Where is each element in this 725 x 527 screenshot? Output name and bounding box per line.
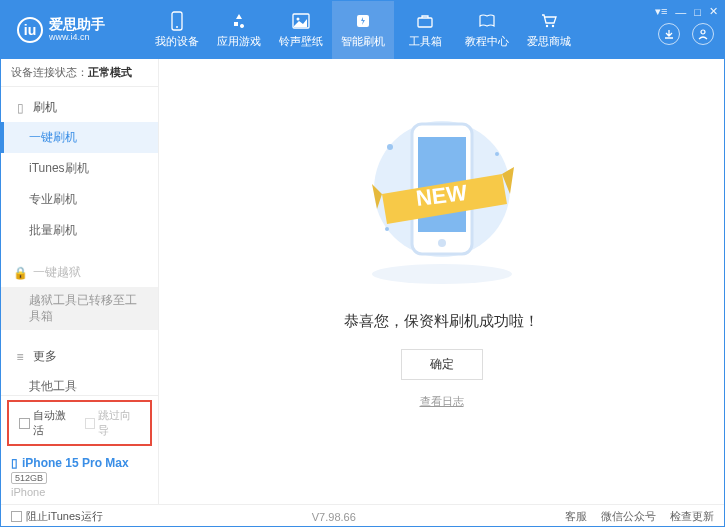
svg-point-9 xyxy=(372,264,512,284)
svg-point-13 xyxy=(438,239,446,247)
nav-label: 我的设备 xyxy=(155,34,199,49)
checkbox-auto-activate[interactable]: 自动激活 xyxy=(19,408,75,438)
checkbox-icon xyxy=(11,511,22,522)
minimize-icon[interactable]: — xyxy=(675,6,686,18)
user-button[interactable] xyxy=(692,23,714,45)
svg-point-6 xyxy=(546,25,548,27)
maximize-icon[interactable]: □ xyxy=(694,6,701,18)
nav-label: 教程中心 xyxy=(465,34,509,49)
group-label: 一键越狱 xyxy=(33,264,81,281)
jailbreak-note: 越狱工具已转移至工具箱 xyxy=(1,287,158,330)
nav-toolbox[interactable]: 工具箱 xyxy=(394,1,456,59)
checkbox-skip-guide[interactable]: 跳过向导 xyxy=(85,408,141,438)
close-icon[interactable]: ✕ xyxy=(709,5,718,18)
svg-point-3 xyxy=(297,18,300,21)
checkbox-block-itunes[interactable]: 阻止iTunes运行 xyxy=(11,509,103,524)
cart-icon xyxy=(539,11,559,31)
footer-link-wechat[interactable]: 微信公众号 xyxy=(601,509,656,524)
status-value: 正常模式 xyxy=(88,65,132,80)
image-icon xyxy=(291,11,311,31)
sidebar-item-batch-flash[interactable]: 批量刷机 xyxy=(1,215,158,246)
svg-point-17 xyxy=(385,227,389,231)
ok-button[interactable]: 确定 xyxy=(401,349,483,380)
group-label: 刷机 xyxy=(33,99,57,116)
phone-icon xyxy=(167,11,187,31)
header-right xyxy=(658,23,714,45)
svg-point-8 xyxy=(701,30,705,34)
svg-point-1 xyxy=(176,26,178,28)
header: iu 爱思助手 www.i4.cn 我的设备 应用游戏 铃声壁纸 智能刷机 工具… xyxy=(1,1,724,59)
nav-label: 爱思商城 xyxy=(527,34,571,49)
device-storage: 512GB xyxy=(11,472,47,484)
group-more[interactable]: ≡ 更多 xyxy=(1,342,158,371)
checkbox-label: 阻止iTunes运行 xyxy=(26,509,103,524)
status-label: 设备连接状态： xyxy=(11,65,88,80)
success-illustration: NEW xyxy=(342,99,542,294)
list-icon: ≡ xyxy=(13,350,27,364)
titlebar-controls: ▾≡ — □ ✕ xyxy=(655,5,718,18)
apps-icon xyxy=(229,11,249,31)
footer-link-support[interactable]: 客服 xyxy=(565,509,587,524)
main-panel: NEW 恭喜您，保资料刷机成功啦！ 确定 查看日志 xyxy=(159,59,724,504)
lock-icon: 🔒 xyxy=(13,266,27,280)
checkbox-icon xyxy=(19,418,30,429)
logo-icon: iu xyxy=(17,17,43,43)
view-log-link[interactable]: 查看日志 xyxy=(420,394,464,409)
device-type: iPhone xyxy=(11,486,148,498)
top-nav: 我的设备 应用游戏 铃声壁纸 智能刷机 工具箱 教程中心 爱思商城 xyxy=(146,1,724,59)
checkbox-label: 自动激活 xyxy=(33,408,75,438)
download-button[interactable] xyxy=(658,23,680,45)
nav-label: 应用游戏 xyxy=(217,34,261,49)
success-message: 恭喜您，保资料刷机成功啦！ xyxy=(344,312,539,331)
sidebar-item-one-key-flash[interactable]: 一键刷机 xyxy=(1,122,158,153)
sidebar-item-itunes-flash[interactable]: iTunes刷机 xyxy=(1,153,158,184)
checkbox-icon xyxy=(85,418,96,429)
sidebar-item-other-tools[interactable]: 其他工具 xyxy=(1,371,158,395)
status-bar: 设备连接状态： 正常模式 xyxy=(1,59,158,87)
menu-icon[interactable]: ▾≡ xyxy=(655,5,667,18)
flash-icon xyxy=(353,11,373,31)
svg-rect-5 xyxy=(418,18,432,27)
app-url: www.i4.cn xyxy=(49,33,105,43)
sidebar: 设备连接状态： 正常模式 ▯ 刷机 一键刷机 iTunes刷机 专业刷机 批量刷… xyxy=(1,59,159,504)
sidebar-item-pro-flash[interactable]: 专业刷机 xyxy=(1,184,158,215)
nav-store[interactable]: 爱思商城 xyxy=(518,1,580,59)
footer-link-update[interactable]: 检查更新 xyxy=(670,509,714,524)
body: 设备连接状态： 正常模式 ▯ 刷机 一键刷机 iTunes刷机 专业刷机 批量刷… xyxy=(1,59,724,504)
nav-label: 智能刷机 xyxy=(341,34,385,49)
options-highlight: 自动激活 跳过向导 xyxy=(7,400,152,446)
checkbox-label: 跳过向导 xyxy=(98,408,140,438)
svg-point-15 xyxy=(387,144,393,150)
version-label: V7.98.66 xyxy=(103,511,565,523)
nav-tutorial[interactable]: 教程中心 xyxy=(456,1,518,59)
app-title: 爱思助手 xyxy=(49,17,105,32)
footer: 阻止iTunes运行 V7.98.66 客服 微信公众号 检查更新 xyxy=(1,504,724,527)
device-phone-icon: ▯ xyxy=(11,456,18,470)
logo-area: iu 爱思助手 www.i4.cn xyxy=(1,17,146,43)
group-jailbreak[interactable]: 🔒 一键越狱 xyxy=(1,258,158,287)
svg-point-16 xyxy=(495,152,499,156)
phone-small-icon: ▯ xyxy=(13,101,27,115)
nav-flash[interactable]: 智能刷机 xyxy=(332,1,394,59)
svg-point-7 xyxy=(552,25,554,27)
nav-ringtone[interactable]: 铃声壁纸 xyxy=(270,1,332,59)
nav-label: 铃声壁纸 xyxy=(279,34,323,49)
toolbox-icon xyxy=(415,11,435,31)
nav-label: 工具箱 xyxy=(409,34,442,49)
device-info: ▯ iPhone 15 Pro Max 512GB iPhone xyxy=(1,450,158,504)
book-icon xyxy=(477,11,497,31)
device-name[interactable]: ▯ iPhone 15 Pro Max xyxy=(11,456,148,470)
group-label: 更多 xyxy=(33,348,57,365)
nav-apps[interactable]: 应用游戏 xyxy=(208,1,270,59)
nav-my-device[interactable]: 我的设备 xyxy=(146,1,208,59)
group-flash[interactable]: ▯ 刷机 xyxy=(1,93,158,122)
